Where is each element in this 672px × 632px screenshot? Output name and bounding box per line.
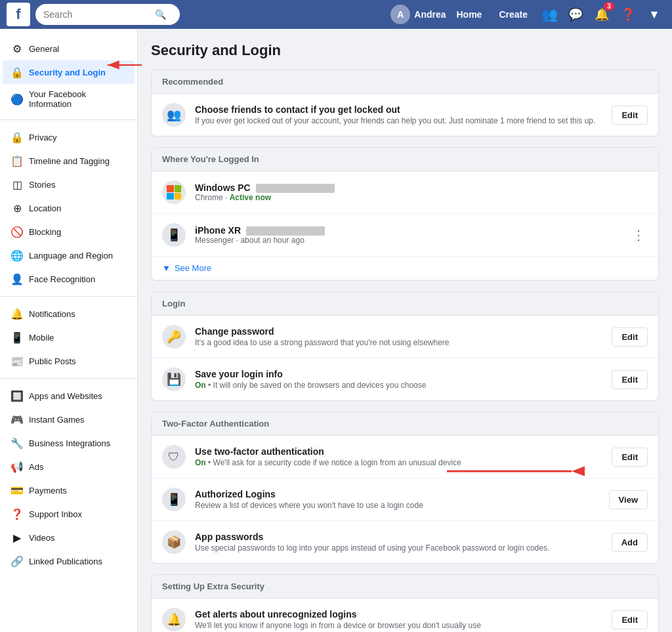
- see-more-label: See More: [175, 263, 211, 273]
- sidebar-item-security-login[interactable]: 🔒 Security and Login: [3, 60, 135, 84]
- videos-icon: ▶: [10, 531, 24, 544]
- top-navigation: f 🔍 A Andrea Home Create 👥 💬 🔔 3 ❓ ▼: [0, 0, 672, 29]
- sidebar-item-label: Blocking: [29, 227, 61, 237]
- recommended-header: Recommended: [152, 70, 658, 94]
- sidebar-item-instant-games[interactable]: 🎮 Instant Games: [3, 408, 135, 431]
- sidebar-item-apps-websites[interactable]: 🔲 Apps and Websites: [3, 384, 135, 408]
- notification-badge: 3: [604, 2, 614, 11]
- sidebar-item-label: General: [29, 44, 59, 54]
- sidebar-item-language-region[interactable]: 🌐 Language and Region: [3, 243, 135, 267]
- windows-pc-text: Windows PC Chrome · Active now: [195, 182, 648, 202]
- change-password-desc: It's a good idea to use a strong passwor…: [195, 338, 602, 347]
- sidebar-item-label: Public Posts: [29, 356, 76, 366]
- help-icon[interactable]: ❓: [617, 3, 639, 26]
- sidebar-item-location[interactable]: ⊕ Location: [3, 196, 135, 220]
- sidebar-item-your-facebook[interactable]: 🔵 Your Facebook Information: [3, 84, 135, 114]
- linked-pubs-icon: 🔗: [10, 555, 24, 568]
- app-passwords-text: App passwords Use special passwords to l…: [195, 532, 602, 553]
- search-bar[interactable]: 🔍: [35, 4, 180, 25]
- search-input[interactable]: [43, 9, 155, 20]
- notifications-icon[interactable]: 🔔 3: [591, 3, 613, 26]
- facebook-logo[interactable]: f: [7, 3, 30, 26]
- sidebar-item-ads[interactable]: 📢 Ads: [3, 455, 135, 478]
- windows-pc-row: Windows PC Chrome · Active now: [152, 171, 658, 214]
- change-password-row: 🔑 Change password It's a good idea to us…: [152, 316, 658, 358]
- unrecognized-logins-desc: We'll let you know if anyone logs in fro…: [195, 621, 602, 630]
- sidebar-item-notifications[interactable]: 🔔 Notifications: [3, 302, 135, 326]
- change-password-title: Change password: [195, 326, 602, 337]
- authorized-logins-icon: 📱: [162, 488, 186, 511]
- use-2fa-status: On: [195, 458, 206, 467]
- language-icon: 🌐: [10, 249, 24, 262]
- app-passwords-desc: Use special passwords to log into your a…: [195, 543, 602, 553]
- sidebar-item-public-posts[interactable]: 📰 Public Posts: [3, 349, 135, 373]
- unrecognized-logins-actions: Edit: [612, 610, 648, 629]
- sidebar-item-linked-publications[interactable]: 🔗 Linked Publications: [3, 549, 135, 573]
- sidebar-item-blocking[interactable]: 🚫 Blocking: [3, 220, 135, 243]
- friends-icon: 👥: [162, 103, 186, 127]
- sidebar-item-label: Privacy: [29, 133, 57, 142]
- save-login-desc: On • It will only be saved on the browse…: [195, 381, 602, 390]
- sidebar-item-label: Face Recognition: [29, 274, 95, 284]
- sidebar-item-stories[interactable]: ◫ Stories: [3, 173, 135, 196]
- topnav-right: A Andrea Home Create 👥 💬 🔔 3 ❓ ▼: [390, 0, 665, 29]
- notifications-sidebar-icon: 🔔: [10, 307, 24, 320]
- apps-icon: 🔲: [10, 389, 24, 402]
- sidebar-item-label: Support Inbox: [29, 509, 82, 519]
- save-login-edit-button[interactable]: Edit: [612, 370, 648, 389]
- sidebar-item-label: Ads: [29, 462, 43, 472]
- sidebar-item-label: Instant Games: [29, 415, 85, 425]
- sidebar-item-privacy[interactable]: 🔒 Privacy: [3, 125, 135, 149]
- sidebar-item-face-recognition[interactable]: 👤 Face Recognition: [3, 267, 135, 291]
- messenger-icon[interactable]: 💬: [564, 3, 587, 26]
- user-name: Andrea: [414, 9, 446, 20]
- unrecognized-logins-title: Get alerts about unrecognized logins: [195, 609, 602, 620]
- login-header: Login: [152, 292, 658, 316]
- support-icon: ❓: [10, 507, 24, 520]
- see-more-row[interactable]: ▼ See More: [152, 257, 658, 280]
- sidebar-divider-1: [0, 119, 137, 120]
- face-recognition-icon: 👤: [10, 272, 24, 285]
- save-login-icon: 💾: [162, 368, 186, 391]
- create-nav-link[interactable]: Create: [492, 0, 534, 29]
- two-factor-section: Two-Factor Authentication 🛡 Use two-fact…: [151, 411, 659, 564]
- use-2fa-edit-button[interactable]: Edit: [612, 448, 648, 467]
- sidebar-item-mobile[interactable]: 📱 Mobile: [3, 326, 135, 349]
- change-password-edit-button[interactable]: Edit: [612, 327, 648, 347]
- location-icon: ⊕: [10, 201, 24, 215]
- authorized-logins-row: 📱 Authorized Logins Review a list of dev…: [152, 478, 658, 521]
- save-login-status: On: [195, 381, 206, 390]
- sidebar-item-videos[interactable]: ▶ Videos: [3, 526, 135, 549]
- more-options-icon[interactable]: ▼: [643, 3, 665, 26]
- app-passwords-add-button[interactable]: Add: [612, 533, 648, 552]
- two-factor-icon: 🛡: [162, 445, 186, 469]
- use-2fa-title: Use two-factor authentication: [195, 446, 602, 457]
- app-passwords-actions: Add: [612, 533, 648, 552]
- stories-icon: ◫: [10, 178, 24, 191]
- sidebar-item-timeline-tagging[interactable]: 📋 Timeline and Tagging: [3, 149, 135, 173]
- page-title: Security and Login: [151, 42, 659, 59]
- home-nav-link[interactable]: Home: [450, 0, 489, 29]
- locked-out-row: 👥 Choose friends to contact if you get l…: [152, 94, 658, 136]
- sidebar-item-support-inbox[interactable]: ❓ Support Inbox: [3, 502, 135, 526]
- authorized-logins-view-button[interactable]: View: [609, 490, 648, 509]
- security-icon: 🔒: [10, 66, 24, 79]
- sidebar-item-payments[interactable]: 💳 Payments: [3, 478, 135, 502]
- windows-pc-blurred: [256, 184, 335, 193]
- authorized-logins-title: Authorized Logins: [195, 489, 600, 499]
- main-content: Security and Login Recommended 👥 Choose …: [138, 29, 672, 632]
- locked-out-edit-button[interactable]: Edit: [612, 106, 648, 125]
- save-login-title: Save your login info: [195, 369, 602, 379]
- iphone-xr-more-button[interactable]: ⋮: [629, 224, 648, 245]
- sidebar-item-business-integrations[interactable]: 🔧 Business Integrations: [3, 431, 135, 455]
- save-login-text: Save your login info On • It will only b…: [195, 369, 602, 390]
- mobile-icon: 📱: [10, 331, 24, 344]
- login-section: Login 🔑 Change password It's a good idea…: [151, 291, 659, 401]
- sidebar-item-label: Payments: [29, 486, 67, 495]
- user-profile-link[interactable]: A Andrea: [390, 5, 446, 24]
- people-icon[interactable]: 👥: [538, 3, 560, 26]
- unrecognized-logins-edit-button[interactable]: Edit: [612, 610, 648, 629]
- locked-out-actions: Edit: [612, 106, 648, 125]
- sidebar-item-general[interactable]: ⚙ General: [3, 37, 135, 60]
- sidebar-item-label: Linked Publications: [29, 557, 102, 566]
